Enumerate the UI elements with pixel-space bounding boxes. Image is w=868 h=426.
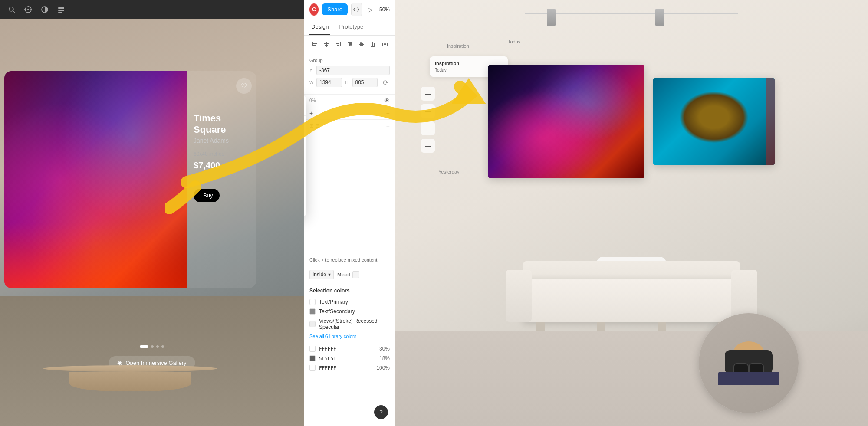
hex-opacity-1: 30% [379, 346, 390, 352]
align-top-icon[interactable] [345, 39, 355, 49]
hex-row-1: FFFFFF 30% [309, 344, 390, 354]
vr-user-inner [699, 313, 799, 413]
vr-user-circle [699, 313, 799, 413]
modal-body: Connected ··· Preview Send [304, 116, 306, 217]
y-field: Y -367 [309, 66, 390, 75]
heart-icon[interactable]: ♡ [236, 78, 252, 94]
search-icon[interactable] [7, 5, 16, 14]
align-middle-v-icon[interactable] [356, 39, 366, 49]
user-avatar[interactable]: C [309, 3, 319, 16]
group-section: Group Y -367 W 1394 H 805 ⟳ [304, 53, 395, 95]
svg-rect-27 [371, 46, 375, 47]
code-button[interactable] [351, 3, 362, 16]
mixed-area: Mixed [337, 271, 381, 278]
crosshair-icon[interactable] [23, 5, 33, 14]
svg-rect-30 [382, 43, 383, 46]
svg-rect-18 [340, 42, 341, 46]
headset-body [725, 350, 773, 374]
vr-control-1[interactable]: — [421, 87, 435, 101]
vr-control-3[interactable]: — [421, 121, 435, 135]
color-label-1: Text/Primary [319, 299, 390, 305]
svg-point-3 [27, 9, 29, 10]
help-button[interactable]: ? [374, 405, 388, 419]
expand-icon-3[interactable]: + [386, 122, 390, 129]
design-tab[interactable]: Design [309, 19, 330, 35]
product-size[interactable]: 60x40 inches [194, 151, 249, 157]
city-lights-overlay [4, 71, 187, 288]
color-item-library[interactable]: See all 6 library colors [309, 332, 390, 341]
align-center-h-icon[interactable] [321, 39, 331, 49]
wh-row: W 1394 H 805 ⟳ [309, 78, 390, 87]
buy-button[interactable]: Buy [194, 189, 220, 202]
zoom-level[interactable]: 50% [379, 7, 390, 13]
vr-room-background: Inspiration Inspiration Today — — — — [395, 0, 868, 426]
resize-toggle[interactable]: ⟳ [381, 78, 390, 87]
vr-artwork-2 [653, 78, 775, 165]
inside-dropdown[interactable]: Inside ▾ [309, 270, 334, 279]
click-hint-text: Click + to replace mixed content. [309, 254, 390, 266]
h-value[interactable]: 805 [352, 78, 378, 87]
dot-2[interactable] [151, 345, 154, 348]
color-swatch-2[interactable] [309, 308, 316, 315]
hex-value-2: 5E5E5E [319, 356, 376, 361]
play-button[interactable]: ▷ [365, 3, 376, 16]
modal-header: Send to WebXR ✕ [304, 95, 306, 116]
hex-swatch-1[interactable] [309, 346, 316, 352]
hex-opacity-2: 18% [379, 355, 390, 361]
room-background: ‹ ♡ Times Square Janet Adams 60x40 inche… [0, 19, 304, 426]
hex-swatch-3[interactable] [309, 365, 316, 371]
color-swatch-1[interactable] [309, 299, 316, 305]
w-value[interactable]: 1394 [316, 78, 342, 87]
y-value[interactable]: -367 [316, 66, 390, 75]
dot-3[interactable] [156, 345, 159, 348]
carousel-dots [140, 345, 164, 348]
svg-rect-16 [324, 43, 329, 44]
color-label-2: Text/Secondary [319, 308, 390, 315]
align-bottom-icon[interactable] [368, 39, 378, 49]
canvas-area: ‹ ♡ Times Square Janet Adams 60x40 inche… [0, 0, 304, 426]
stroke-swatch[interactable] [352, 271, 359, 278]
svg-rect-23 [350, 43, 352, 46]
expand-icon-2[interactable]: + [386, 110, 390, 117]
expand-icon-1[interactable]: + [309, 110, 313, 117]
stroke-more-button[interactable]: ··· [385, 271, 390, 278]
dot-1[interactable] [140, 345, 148, 348]
prototype-tab[interactable]: Prototype [337, 19, 365, 35]
vr-control-4[interactable]: — [421, 139, 435, 153]
figma-sidebar: C Share ▷ 50% Design Prototype [304, 0, 395, 426]
table-leg [69, 372, 191, 391]
color-swatch-3[interactable] [309, 321, 316, 327]
library-link[interactable]: See all 6 library colors [309, 334, 390, 339]
align-left-icon[interactable] [309, 39, 319, 49]
sidebar-lower-content: Click + to replace mixed content. Inside… [304, 254, 395, 373]
align-right-icon[interactable] [333, 39, 343, 49]
dot-4[interactable] [161, 345, 164, 348]
svg-rect-14 [313, 45, 316, 46]
vr-ceiling [438, 0, 825, 35]
contrast-icon[interactable] [40, 5, 49, 14]
product-image [4, 71, 187, 288]
ceiling-spot-1 [547, 9, 556, 26]
selection-colors-title: Selection colors [309, 283, 390, 297]
hex-swatch-2[interactable] [309, 355, 316, 361]
share-button[interactable]: Share [322, 3, 348, 15]
hex-row-3: FFFFFF 100% [309, 363, 390, 373]
svg-rect-19 [336, 43, 339, 44]
svg-rect-11 [58, 12, 62, 13]
eye-icon[interactable]: 👁 [384, 97, 390, 104]
vr-artwork-1 [488, 65, 644, 178]
svg-rect-29 [374, 43, 375, 46]
svg-rect-12 [312, 42, 313, 46]
hex-value-3: FFFFFF [319, 365, 373, 371]
vr-artwork-area [438, 52, 825, 191]
layers-icon[interactable] [56, 5, 66, 14]
svg-rect-22 [349, 43, 350, 46]
distribute-h-icon[interactable] [380, 39, 390, 49]
svg-rect-32 [384, 43, 386, 45]
vr-top-label: Inspiration [447, 43, 469, 49]
svg-rect-13 [313, 43, 317, 44]
svg-rect-10 [58, 10, 64, 11]
person-shoulders [718, 372, 779, 385]
color-label-3: Views/(Stroke) Recessed Specular [319, 318, 390, 330]
vr-control-2[interactable]: — [421, 104, 435, 118]
